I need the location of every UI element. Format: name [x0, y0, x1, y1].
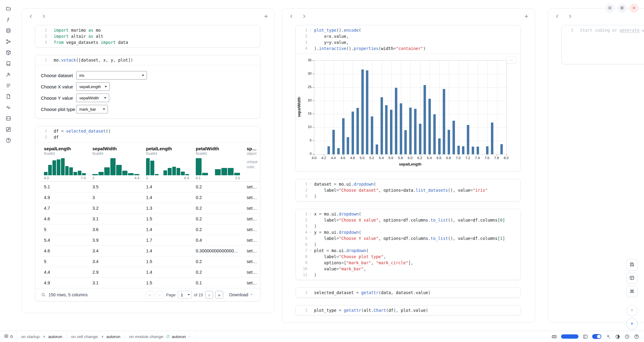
save-button[interactable] — [626, 259, 638, 270]
bar-chart[interactable] — [314, 60, 507, 155]
table-row[interactable]: 4.63.11.50.2setosa — [41, 214, 260, 224]
shutdown-button[interactable] — [629, 4, 639, 13]
generate-with-ai-link[interactable]: generate — [620, 28, 639, 33]
status-pill[interactable] — [561, 334, 578, 339]
code-editor[interactable]: 1 Start coding or generate with AI — [562, 25, 644, 35]
table-cell: 4.4 — [41, 270, 89, 275]
setting-value: autorun — [48, 334, 62, 339]
keyboard-shortcuts-icon[interactable] — [552, 334, 557, 339]
table-column-header[interactable]: sepalLengthfloat644.37.9 — [41, 145, 89, 181]
code-editor[interactable]: 1mo.vstack([dataset, x, y, plot]) — [35, 55, 260, 65]
code-editor[interactable]: 1df = selected_dataset()2df — [35, 126, 260, 142]
table-row[interactable]: 4.42.91.40.2setosa — [41, 267, 260, 278]
tools-icon[interactable] — [2, 69, 14, 80]
table-cell: 4.6 — [41, 248, 89, 253]
add-cell-button[interactable] — [522, 12, 531, 21]
page-select[interactable]: 1 — [178, 291, 192, 299]
fold-chevron-icon[interactable]: ▾ — [307, 181, 314, 187]
table-cell: setosa — [244, 248, 260, 253]
fold-chevron-icon[interactable]: ▾ — [307, 229, 314, 235]
logs-icon[interactable] — [2, 91, 14, 102]
table-row[interactable]: 4.63.41.40.30000000000000004setosa — [41, 246, 260, 256]
fold-chevron-icon[interactable]: ▾ — [307, 211, 314, 217]
autorun-toggle[interactable] — [592, 334, 601, 339]
download-button[interactable]: Download — [227, 292, 255, 297]
code-editor[interactable]: 1▾x = mo.ui.dropdown(2 label="Choose X v… — [296, 209, 521, 280]
table-search-button[interactable] — [41, 292, 46, 297]
table-cell: 1.5 — [143, 280, 193, 285]
packages-icon[interactable] — [2, 47, 14, 58]
dependency-graph-icon[interactable] — [2, 36, 14, 47]
line-number: 1 — [296, 290, 307, 296]
fold-gutter — [47, 128, 54, 134]
tracebacks-icon[interactable] — [2, 102, 14, 113]
table-row[interactable]: 5.13.51.40.2setosa — [41, 182, 260, 192]
chart-bar — [385, 105, 388, 154]
theme-toggle-icon[interactable] — [615, 334, 620, 339]
fold-chevron-icon[interactable]: ▾ — [307, 27, 314, 33]
previous-page-button[interactable]: ‹ — [156, 291, 164, 299]
column-nav-left-button[interactable] — [553, 12, 561, 21]
column-nav-right-button[interactable] — [300, 12, 308, 21]
next-page-button[interactable]: › — [205, 291, 213, 299]
snippets-icon[interactable] — [2, 113, 14, 124]
download-label: Download — [229, 292, 248, 297]
documentation-icon[interactable] — [2, 58, 14, 69]
table-row[interactable]: 5.43.91.70.4setosa — [41, 235, 260, 246]
run-on-cell-change-setting[interactable]: on cell change:autorun — [67, 331, 125, 342]
dataset-dropdown[interactable]: iris — [76, 71, 147, 80]
layout-icon — [629, 275, 635, 281]
column-nav-right-button[interactable] — [39, 12, 48, 21]
code-editor[interactable]: 1import marimo as mo2import altair as al… — [35, 25, 260, 47]
stop-icon — [629, 308, 635, 314]
last-page-button[interactable]: » — [215, 291, 223, 299]
file-explorer-icon[interactable] — [2, 3, 14, 14]
outline-icon[interactable] — [2, 80, 14, 91]
code-editor[interactable]: 1plot_type = getattr(alt.Chart(df), plot… — [296, 305, 521, 315]
table-row[interactable]: 4.931.40.2setosa — [41, 192, 260, 203]
chart-bar — [477, 147, 479, 154]
history-icon[interactable] — [624, 334, 630, 339]
plot-type-dropdown[interactable]: mark_bar — [76, 105, 108, 113]
x-value-dropdown[interactable]: sepalLength — [76, 82, 110, 91]
table-row[interactable]: 4.73.21.30.2setosa — [41, 203, 260, 214]
add-cell-button[interactable] — [262, 12, 270, 21]
table-column-header[interactable]: sepalWidthfloat6424.4 — [89, 145, 143, 181]
table-row[interactable]: 4.93.11.50.1setosa — [41, 278, 260, 288]
layout-grid-button[interactable] — [626, 273, 638, 284]
code-editor[interactable]: 1selected_dataset = getattr(data, datase… — [296, 288, 521, 297]
interrupt-button[interactable] — [626, 305, 638, 316]
command-palette-button[interactable] — [626, 286, 638, 297]
y-value-dropdown[interactable]: sepalWidth — [76, 94, 109, 102]
line-number: 1 — [296, 307, 307, 313]
errors-indicator[interactable]: 0 — [0, 331, 17, 342]
column-nav-right-button[interactable] — [566, 12, 574, 21]
column-nav-left-button[interactable] — [287, 12, 295, 21]
empty-code-cell[interactable]: 1 Start coding or generate with AI — [561, 25, 644, 64]
table-column-header[interactable]: petalWidthfloat640.12.5 — [193, 145, 244, 181]
first-page-button[interactable]: « — [146, 291, 154, 299]
panel-layout-icon[interactable] — [583, 334, 588, 339]
table-column-header[interactable]: speciesobjectuniquenulls: — [244, 145, 260, 181]
column-nav-left-button[interactable] — [27, 12, 35, 21]
datasources-icon[interactable] — [2, 25, 14, 36]
scratchpad-icon[interactable] — [2, 124, 14, 135]
notebook-menu-button[interactable] — [605, 4, 614, 13]
run-on-module-change-setting[interactable]: on module change:autorun — [125, 331, 196, 342]
help-icon[interactable] — [2, 135, 14, 146]
fold-chevron-icon[interactable]: ▾ — [307, 248, 314, 254]
run-cells-button[interactable] — [626, 318, 638, 330]
table-cell: 0.2 — [193, 227, 244, 232]
table-row[interactable]: 53.61.40.2setosa — [41, 224, 260, 235]
code-editor[interactable]: 1▾dataset = mo.ui.dropdown(2 label="Choo… — [296, 179, 521, 201]
code-editor[interactable]: 1▾plot_type().encode(2 x=x.value,3 y=y.v… — [296, 25, 521, 53]
chart-bar — [438, 138, 441, 154]
table-column-header[interactable]: petalLengthfloat6416.9 — [143, 145, 193, 181]
ai-assistant-icon[interactable] — [606, 334, 611, 339]
table-cell: setosa — [244, 270, 260, 275]
help-icon[interactable] — [634, 334, 639, 339]
settings-button[interactable] — [617, 4, 627, 13]
run-on-startup-setting[interactable]: on startup:autorun — [17, 331, 67, 342]
table-row[interactable]: 53.41.50.2setosa — [41, 256, 260, 267]
functions-icon[interactable] — [2, 14, 14, 25]
